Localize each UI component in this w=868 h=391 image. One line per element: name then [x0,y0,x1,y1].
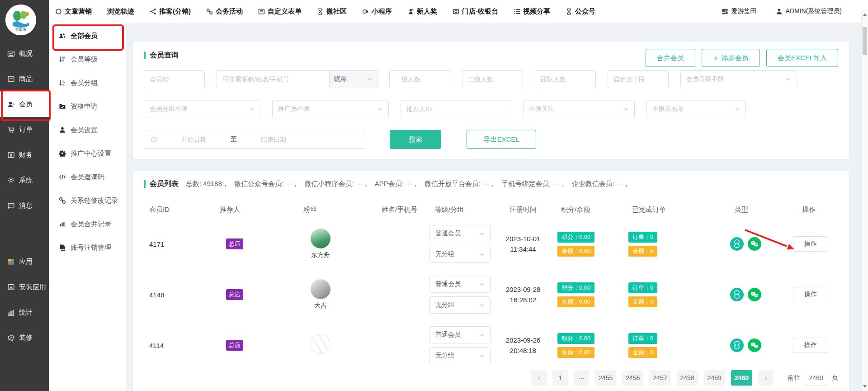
sidebar-item[interactable]: 安装应用 [0,274,49,300]
topnav-item[interactable]: 微社区 [317,7,347,16]
column-header: 类型 [729,205,797,214]
users-icon [59,32,66,39]
wechat-official-icon[interactable] [730,237,744,251]
wechat-icon[interactable] [748,288,761,301]
keyword-type-select[interactable]: 昵称 [330,70,377,88]
follow-select[interactable]: 不限关注 [523,100,635,118]
sidebar-item[interactable]: 订单 [0,117,49,142]
start-date-input[interactable] [159,135,229,143]
excel-import-button[interactable]: 会员EXCEL导入 [766,49,838,67]
topnav-item-label: 会务活动 [216,7,243,16]
topnav-item[interactable]: 会务活动 [206,7,243,16]
group-select[interactable]: 无分组 [429,246,491,263]
topnav-item[interactable]: 自定义表单 [258,7,302,16]
admin-user-icon [776,8,783,15]
sidebar-item-label: 统计 [19,308,33,317]
prev-page-button[interactable]: ‹ [531,370,547,386]
wechat-icon[interactable] [748,339,761,352]
submenu-item[interactable]: 全部会员 [49,24,126,47]
wechat-official-icon[interactable] [730,339,744,352]
submenu-item[interactable]: 推广中心设置 [49,142,126,165]
member-id-input[interactable] [144,70,205,88]
scroll-up-arrow[interactable] [862,11,868,18]
sidebar-item-label: 装修 [19,334,33,342]
topnav-item[interactable]: 推客(分销) [150,7,191,16]
message-icon [7,202,15,210]
submenu-item[interactable]: 会员邀请码 [49,166,126,188]
wechat-official-icon[interactable] [730,288,744,301]
wechat-icon[interactable] [748,237,761,251]
submenu-item[interactable]: 会员设置 [49,119,126,141]
row-action-button[interactable]: 操作 [793,287,828,302]
group-select[interactable]: 无分组 [429,296,491,314]
page-button[interactable]: 2456 [622,370,643,386]
topnav-item[interactable]: 浏览轨迹 [107,7,134,16]
sidebar-item[interactable]: 消息 [0,193,49,218]
member-level-select[interactable]: 会员等级不限 [680,70,797,88]
column-header: 已完成订单 [627,205,729,214]
topnav-item[interactable]: 公众号 [566,7,595,16]
row-action-button[interactable]: 操作 [793,338,828,353]
row-action-button[interactable]: 操作 [793,236,828,252]
end-date-input[interactable] [239,135,308,143]
level-select[interactable]: 普通会员 [429,276,491,293]
merge-member-button[interactable]: 合并会员 [646,49,695,67]
keyword-input[interactable] [217,70,330,88]
level-select[interactable]: 普通会员 [429,326,491,343]
chevron-down-icon [623,106,629,112]
sidebar-item[interactable]: 商品 [0,66,49,91]
level-select[interactable]: 普通会员 [429,225,491,242]
submenu-item[interactable]: 资格申请 [49,95,126,118]
topnav-item[interactable]: 小程序 [362,7,392,16]
custom-field-input[interactable] [608,70,669,88]
register-time-cell: 2023-10-01 11:34:44 [504,234,556,255]
level2-count-input[interactable] [462,70,523,88]
sidebar-item[interactable]: 会员 [0,91,49,117]
submenu-item[interactable]: 会员等级 [49,48,126,71]
team-count-input[interactable] [535,70,596,88]
orders-badge: 订单：0 [628,232,657,243]
sidebar-item[interactable]: 应用 [0,249,49,274]
submenu-item[interactable]: 会员合并记录 [49,213,126,235]
logo-text: 盐田海 [15,28,26,32]
group-select[interactable]: 无分组 [429,347,491,364]
topnav-item[interactable]: 视频分享 [514,7,550,16]
topnav-item[interactable]: 门店-收银台 [453,7,498,16]
topnav-item[interactable]: 新人奖 [407,7,437,16]
goto-page-input[interactable] [804,370,828,386]
submenu-item[interactable]: AZ 会员分组 [49,72,126,94]
page-button[interactable]: 2457 [649,370,670,386]
file-icon [59,244,66,251]
page-button[interactable]: 2459 [704,370,725,386]
goto-label: 前往 [788,374,800,382]
submenu-item-label: 会员合并记录 [71,220,111,229]
scrollbar-thumb[interactable] [863,27,867,55]
sidebar-item[interactable]: 概况 [0,41,49,66]
member-group-select[interactable]: 会员分组不限 [144,100,260,118]
add-member-button[interactable]: 添加会员 [702,49,760,67]
topnav-item[interactable]: 文章营销 [55,7,92,16]
sidebar-item[interactable]: 财务 [0,142,49,167]
page-button[interactable]: 2458 [677,370,698,386]
topbar-right-item[interactable]: 爱游盐田 [722,7,757,15]
blacklist-select[interactable]: 不限黑名单 [646,100,746,118]
page-button[interactable]: 2460 [731,370,752,386]
sidebar-item[interactable]: 系统 [0,167,49,193]
promoter-select[interactable]: 推广员不限 [272,100,389,118]
scroll-down-arrow[interactable] [862,383,868,390]
page-button[interactable]: 2455 [595,370,616,386]
submenu-item[interactable]: 关系链修改记录 [49,189,126,212]
topbar-right-item[interactable]: ADMIN(系统管理员) [776,7,842,15]
sidebar-item[interactable]: 装修 [0,325,49,350]
level1-count-input[interactable] [389,70,450,88]
search-button[interactable]: 搜索 [390,130,441,149]
export-excel-button[interactable]: 导出EXCEL [467,130,536,149]
page-button[interactable]: 1 [552,370,568,386]
next-page-button[interactable]: › [758,370,774,386]
topnav-item-label: 自定义表单 [268,7,302,16]
date-range-picker[interactable]: 至 [144,130,365,149]
page-button[interactable]: ··· [574,370,589,386]
sidebar-item[interactable]: 统计 [0,300,49,325]
referrer-id-input[interactable] [401,100,511,118]
submenu-item[interactable]: 账号注销管理 [49,236,126,259]
